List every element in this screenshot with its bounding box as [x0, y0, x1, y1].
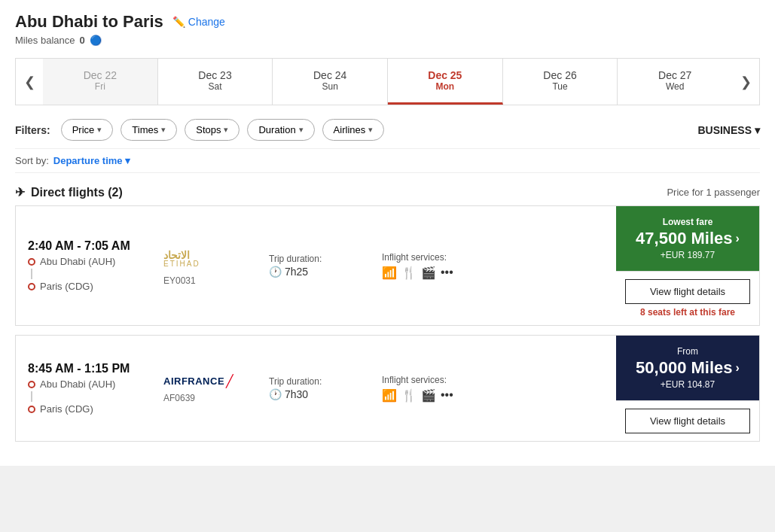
clock-icon: 🕐	[269, 266, 282, 278]
filter-stops[interactable]: Stops ▾	[185, 119, 240, 141]
date-tabs: Dec 22 Fri Dec 23 Sat Dec 24 Sun Dec 25 …	[43, 59, 732, 105]
wifi-icon: 📶	[382, 388, 397, 403]
flight-time-range-1: 2:40 AM - 7:05 AM	[28, 239, 148, 253]
flight-main-2: 8:45 AM - 1:15 PM Abu Dhabi (AUH) Paris …	[16, 336, 616, 441]
flight-route-1: Abu Dhabi (AUH) Paris (CDG)	[28, 256, 148, 292]
filter-times[interactable]: Times ▾	[121, 119, 177, 141]
date-tab-day: Mon	[394, 81, 496, 92]
flight-card-1: 2:40 AM - 7:05 AM Abu Dhabi (AUH) Paris …	[15, 205, 760, 326]
chevron-down-icon: ▾	[368, 125, 373, 135]
date-tab-date: Dec 25	[394, 69, 496, 81]
filter-price[interactable]: Price ▾	[61, 119, 114, 141]
date-tab-date: Dec 23	[164, 69, 267, 81]
filters-row: Filters: Price ▾ Times ▾ Stops ▾ Duratio…	[15, 119, 760, 141]
inflight-icons-1: 📶 🍴 🎬 •••	[382, 266, 480, 280]
seats-left-1: 8 seats left at this fare	[640, 307, 735, 318]
class-selector[interactable]: BUSINESS ▾	[697, 124, 760, 136]
fare-eur-1: +EUR 189.77	[661, 250, 715, 260]
more-icon: •••	[441, 388, 453, 403]
meal-icon: 🍴	[401, 266, 416, 280]
route-item-dest-2: Paris (CDG)	[28, 403, 148, 415]
date-tab-date: Dec 22	[49, 69, 151, 81]
entertainment-icon: 🎬	[421, 266, 436, 280]
clock-icon: 🕐	[269, 388, 282, 400]
sortby-label: Sort by:	[15, 155, 49, 166]
date-tab-dec26[interactable]: Dec 26 Tue	[503, 59, 618, 105]
chevron-down-icon: ▾	[224, 125, 228, 135]
fare-miles-2: 50,000 Miles ›	[636, 358, 740, 378]
date-tab-dec24[interactable]: Dec 24 Sun	[273, 59, 388, 105]
entertainment-icon: 🎬	[421, 388, 436, 403]
fare-miles-1: 47,500 Miles ›	[636, 229, 740, 248]
flight-card-2: 8:45 AM - 1:15 PM Abu Dhabi (AUH) Paris …	[15, 335, 760, 442]
flight-route-2: Abu Dhabi (AUH) Paris (CDG)	[28, 378, 148, 415]
trip-duration-2: 🕐 7h30	[269, 388, 367, 400]
sortby-value[interactable]: Departure time ▾	[53, 155, 130, 166]
date-tab-dec25[interactable]: Dec 25 Mon	[388, 59, 503, 105]
fare-bottom-2: View flight details	[616, 400, 759, 441]
flight-times-2: 8:45 AM - 1:15 PM Abu Dhabi (AUH) Paris …	[28, 362, 148, 415]
date-tab-day: Wed	[624, 81, 726, 92]
route-dot-dest	[28, 406, 35, 413]
date-tab-day: Sun	[279, 81, 381, 92]
miles-balance-row: Miles balance 0 🔵	[15, 35, 760, 46]
meal-icon: 🍴	[401, 388, 416, 403]
chevron-down-icon: ▾	[299, 125, 304, 135]
inflight-info-1: Inflight services: 📶 🍴 🎬 •••	[382, 252, 480, 280]
route-line	[31, 391, 32, 402]
miles-icon: 🔵	[90, 35, 102, 46]
trip-info-1: Trip duration: 🕐 7h25	[269, 254, 367, 278]
more-icon: •••	[441, 266, 453, 280]
chevron-down-icon: ▾	[161, 125, 166, 135]
fare-bottom-1: View flight details 8 seats left at this…	[616, 271, 759, 325]
price-info: Price for 1 passenger	[667, 187, 760, 198]
route-line	[31, 269, 32, 279]
trip-duration-1: 🕐 7h25	[269, 266, 367, 278]
date-tab-day: Sat	[164, 81, 267, 92]
route-item-origin-1: Abu Dhabi (AUH)	[28, 256, 148, 267]
fare-top-2: From 50,000 Miles › +EUR 104.87	[616, 336, 759, 400]
route-dot-origin	[28, 381, 35, 388]
date-tab-day: Fri	[49, 81, 151, 92]
date-tab-date: Dec 27	[624, 69, 726, 81]
route-item-dest-1: Paris (CDG)	[28, 281, 148, 292]
date-nav: ❮ Dec 22 Fri Dec 23 Sat Dec 24 Sun Dec 2…	[15, 58, 760, 105]
inflight-info-2: Inflight services: 📶 🍴 🎬 •••	[382, 375, 480, 403]
airline-info-2: AIRFRANCE ╱ AF0639	[163, 374, 254, 403]
route-dot-dest	[28, 283, 35, 290]
filter-duration[interactable]: Duration ▾	[247, 119, 314, 141]
header: Abu Dhabi to Paris ✏️ Change Miles balan…	[15, 12, 760, 46]
route-dot-origin	[28, 258, 35, 266]
plane-icon: ✈	[15, 185, 25, 199]
filters-label: Filters:	[15, 124, 50, 136]
svg-text:ETIHAD: ETIHAD	[163, 260, 200, 268]
change-link[interactable]: ✏️ Change	[172, 16, 225, 28]
prev-date-arrow[interactable]: ❮	[16, 59, 43, 105]
wifi-icon: 📶	[382, 266, 397, 280]
flight-number-1: EY0031	[163, 275, 196, 286]
view-flight-details-1[interactable]: View flight details	[625, 279, 750, 304]
page-title: Abu Dhabi to Paris	[15, 12, 163, 32]
etihad-logo: الاتحاد ETIHAD	[163, 245, 231, 271]
fare-arrow-icon: ›	[736, 232, 740, 245]
view-flight-details-2[interactable]: View flight details	[625, 409, 750, 433]
fare-badge-2: From	[677, 346, 698, 357]
next-date-arrow[interactable]: ❯	[732, 59, 759, 105]
fare-eur-2: +EUR 104.87	[661, 379, 715, 390]
flight-times-1: 2:40 AM - 7:05 AM Abu Dhabi (AUH) Paris …	[28, 239, 148, 292]
chevron-down-icon: ▾	[97, 125, 102, 135]
section-header: ✈ Direct flights (2) Price for 1 passeng…	[15, 185, 760, 199]
date-tab-dec23[interactable]: Dec 23 Sat	[158, 59, 273, 105]
chevron-down-icon: ▾	[755, 124, 760, 136]
inflight-icons-2: 📶 🍴 🎬 •••	[382, 388, 480, 403]
header-title-row: Abu Dhabi to Paris ✏️ Change	[15, 12, 760, 32]
main-page: Abu Dhabi to Paris ✏️ Change Miles balan…	[0, 0, 775, 466]
filter-airlines[interactable]: Airlines ▾	[322, 119, 385, 141]
trip-info-2: Trip duration: 🕐 7h30	[269, 376, 367, 400]
fare-panel-2: From 50,000 Miles › +EUR 104.87 View fli…	[616, 336, 759, 441]
date-tab-dec22[interactable]: Dec 22 Fri	[43, 59, 158, 105]
date-tab-dec27[interactable]: Dec 27 Wed	[618, 59, 732, 105]
fare-arrow-icon: ›	[736, 361, 740, 375]
flight-main-1: 2:40 AM - 7:05 AM Abu Dhabi (AUH) Paris …	[16, 206, 616, 325]
pencil-icon: ✏️	[172, 16, 185, 28]
